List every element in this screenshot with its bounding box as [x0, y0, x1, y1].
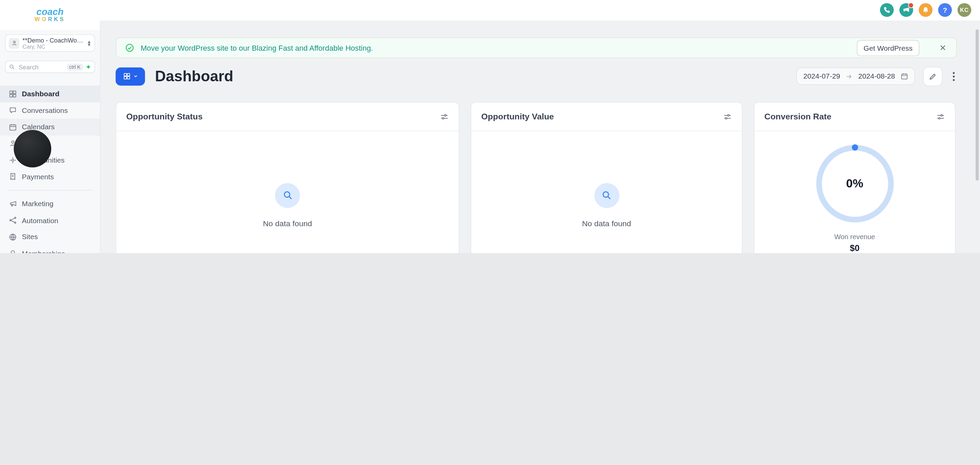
promo-banner: Move your WordPress site to our Blazing …: [116, 37, 957, 58]
search-box[interactable]: ctrl K ✦: [5, 60, 95, 73]
conversion-donut: 0% Won revenue $0: [754, 131, 955, 253]
empty-state: No data found: [471, 131, 742, 253]
primary-nav: Dashboard Conversations Calendars Contac…: [0, 86, 100, 185]
phone-button[interactable]: [880, 3, 894, 17]
sidebar-item-payments[interactable]: Payments: [0, 168, 100, 185]
sliders-icon[interactable]: [936, 112, 945, 121]
notification-dot: [908, 2, 914, 8]
main-content: Move your WordPress site to our Blazing …: [100, 21, 980, 253]
dashboard-switcher-button[interactable]: [116, 67, 145, 85]
magnifier-empty-icon: [275, 183, 300, 208]
banner-close-icon[interactable]: ✕: [940, 43, 946, 53]
topbar: ? KC: [0, 0, 980, 21]
nav-label: Payments: [22, 173, 54, 180]
kebab-icon: [953, 71, 955, 81]
nav-label: Conversations: [22, 107, 68, 114]
card-title: Opportunity Value: [481, 112, 554, 121]
grid-icon: [9, 90, 17, 98]
globe-icon: [9, 233, 17, 241]
brand-logo: coach WORKS: [0, 0, 100, 30]
calendar-icon: [9, 123, 17, 131]
page-scrollbar[interactable]: [975, 29, 978, 180]
recording-bubble-overlay: [14, 130, 51, 167]
sidebar-item-conversations[interactable]: Conversations: [0, 102, 100, 119]
won-revenue-value: $0: [850, 243, 859, 253]
page-header: Dashboard 2024-07-29 2024-08-28: [116, 67, 957, 86]
secondary-nav: Marketing Automation Sites Memberships M…: [0, 195, 100, 253]
won-revenue-label: Won revenue: [834, 233, 875, 241]
date-end: 2024-08-28: [858, 73, 895, 80]
account-name: **Demo - CoachWor...: [22, 37, 84, 43]
magnifier-empty-icon: [594, 183, 619, 208]
sidebar-item-dashboard[interactable]: Dashboard: [0, 86, 100, 102]
sidebar-item-memberships[interactable]: Memberships: [0, 245, 100, 253]
nav-label: Automation: [22, 217, 58, 224]
card-title: Conversion Rate: [764, 112, 831, 121]
opportunity-value-card: Opportunity Value No data found: [471, 102, 743, 253]
question-icon: ?: [943, 6, 947, 14]
help-button[interactable]: ?: [938, 3, 952, 17]
check-circle-icon: [125, 43, 134, 53]
sidebar-item-marketing[interactable]: Marketing: [0, 195, 100, 212]
nav-label: Calendars: [22, 123, 54, 131]
page-title: Dashboard: [155, 67, 797, 85]
grid-icon: [123, 73, 130, 80]
card-title: Opportunity Status: [126, 112, 203, 121]
avatar-initials: KC: [960, 7, 969, 13]
conversion-percent: 0%: [816, 145, 894, 222]
sidebar-divider: [8, 190, 92, 190]
notifications-button[interactable]: [919, 3, 932, 17]
sidebar-item-automation[interactable]: Automation: [0, 212, 100, 229]
ai-sparkle-icon[interactable]: ✦: [86, 63, 91, 70]
date-start: 2024-07-29: [803, 73, 840, 80]
app-window: ? KC coach WORKS **Demo - CoachWor... Ca…: [0, 0, 980, 253]
empty-text: No data found: [263, 219, 312, 228]
receipt-icon: [9, 173, 17, 181]
logo-bottom-text: WORKS: [34, 16, 65, 22]
arrow-right-icon: [846, 73, 853, 79]
more-options-button[interactable]: [951, 71, 957, 81]
nodes-icon: [9, 216, 17, 224]
user-avatar[interactable]: KC: [958, 3, 971, 17]
announcements-button[interactable]: [899, 3, 913, 17]
search-icon: [9, 63, 15, 70]
badge-icon: [9, 249, 17, 253]
nav-label: Sites: [22, 233, 38, 241]
sidebar-item-calendars[interactable]: Calendars: [0, 119, 100, 135]
account-switcher[interactable]: **Demo - CoachWor... Cary, NC ▲▼: [5, 34, 95, 52]
nav-label: Marketing: [22, 200, 53, 208]
conversion-rate-card: Conversion Rate 0% Won revenue $0: [754, 102, 956, 253]
sidebar-item-sites[interactable]: Sites: [0, 229, 100, 245]
pencil-icon: [929, 72, 937, 80]
date-range-picker[interactable]: 2024-07-29 2024-08-28: [797, 67, 915, 85]
logo-top-text: coach: [37, 8, 64, 16]
nav-label: Dashboard: [22, 90, 59, 98]
chevron-down-icon: [133, 74, 138, 79]
search-shortcut: ctrl K: [67, 63, 83, 70]
nav-label: Memberships: [22, 250, 65, 253]
calendar-icon: [901, 73, 908, 80]
bell-icon: [922, 6, 929, 14]
edit-dashboard-button[interactable]: [923, 67, 943, 86]
banner-message: Move your WordPress site to our Blazing …: [140, 44, 850, 52]
empty-state: No data found: [116, 131, 459, 253]
search-input[interactable]: [18, 63, 64, 71]
get-wordpress-button[interactable]: Get WordPress: [857, 40, 920, 56]
opportunity-status-card: Opportunity Status No data found: [116, 102, 460, 253]
megaphone-icon: [9, 200, 17, 208]
sliders-icon[interactable]: [440, 112, 449, 121]
account-location: Cary, NC: [22, 44, 84, 50]
sliders-icon[interactable]: [723, 112, 732, 121]
empty-text: No data found: [582, 219, 631, 228]
chat-icon: [9, 106, 17, 115]
chevron-updown-icon: ▲▼: [87, 40, 91, 46]
account-avatar-icon: [9, 38, 19, 48]
phone-icon: [883, 6, 891, 14]
sidebar: **Demo - CoachWor... Cary, NC ▲▼ ctrl K …: [0, 21, 101, 253]
